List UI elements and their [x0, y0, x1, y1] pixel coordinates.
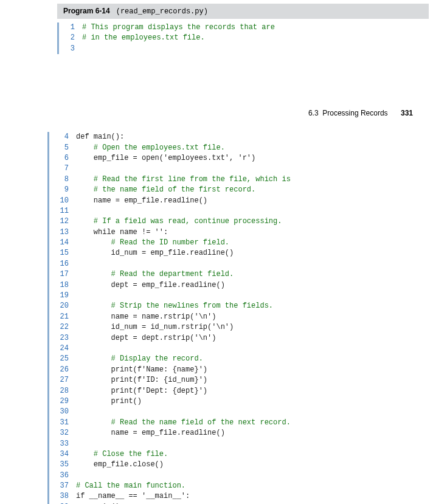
- code-line: 14 # Read the ID number field.: [52, 238, 429, 248]
- code-line: 37# Call the main function.: [52, 481, 429, 491]
- line-content: name = name.rstrip('\n'): [76, 312, 216, 322]
- code-line: 18 dept = emp_file.readline(): [52, 280, 429, 291]
- line-content: def main():: [76, 132, 124, 142]
- line-number: 15: [52, 248, 69, 258]
- code-line: 24: [52, 343, 429, 354]
- line-number: 25: [52, 354, 69, 364]
- code-line: 4def main():: [52, 132, 429, 142]
- code-line: 33: [52, 439, 429, 449]
- code-line: 19: [52, 291, 429, 301]
- line-content: name = emp_file.readline(): [76, 428, 225, 438]
- code-line: 32 name = emp_file.readline(): [52, 428, 429, 438]
- code-line: 35 emp_file.close(): [52, 460, 429, 470]
- line-content: # Display the record.: [76, 354, 203, 364]
- line-content: # Read the department field.: [76, 269, 234, 280]
- line-content: print(): [76, 396, 142, 407]
- code-line: 8 # Read the first line from the file, w…: [52, 174, 429, 185]
- line-number: 28: [52, 386, 69, 396]
- code-line: 15 id_num = emp_file.readline(): [52, 248, 429, 258]
- line-number: 7: [52, 164, 69, 174]
- code-line: 38if __name__ == '__main__':: [52, 491, 429, 502]
- line-content: print(f'Name: {name}'): [76, 365, 207, 375]
- line-content: emp_file.close(): [76, 460, 164, 470]
- line-number: 17: [52, 269, 69, 280]
- code-line: 11: [52, 206, 429, 216]
- line-content: # If a field was read, continue processi…: [76, 216, 282, 227]
- line-content: # Read the name field of the next record…: [76, 418, 291, 428]
- page-number: 331: [401, 109, 413, 117]
- line-content: print(f'ID: {id_num}'): [76, 375, 207, 385]
- line-number: 36: [52, 471, 69, 481]
- code-line: 16: [52, 259, 429, 269]
- line-number: 14: [52, 238, 69, 248]
- top-section: Program 6-14 (read_emp_records.py) 1# Th…: [0, 0, 447, 54]
- code-line: 21 name = name.rstrip('\n'): [52, 312, 429, 322]
- line-number: 9: [52, 185, 69, 195]
- line-number: 34: [52, 449, 69, 460]
- line-content: # Call the main function.: [76, 481, 185, 491]
- line-number: 23: [52, 333, 69, 343]
- section-title: 6.3 Processing Records: [308, 109, 388, 117]
- code-line: 23 dept = dept.rstrip('\n'): [52, 333, 429, 343]
- code-line: 3: [61, 44, 429, 54]
- line-content: # Close the file.: [76, 449, 168, 460]
- line-content: # This program displays the records that…: [82, 22, 275, 33]
- code-line: 7: [52, 164, 429, 174]
- line-number: 30: [52, 407, 69, 417]
- line-number: 27: [52, 375, 69, 385]
- code-line: 1# This program displays the records tha…: [61, 22, 429, 33]
- line-number: 11: [52, 206, 69, 216]
- program-label: Program 6-14: [63, 7, 110, 15]
- code-line: 17 # Read the department field.: [52, 269, 429, 280]
- line-number: 3: [61, 44, 75, 54]
- line-content: id_num = emp_file.readline(): [76, 248, 234, 258]
- code-line: 28 print(f'Dept: {dept}'): [52, 386, 429, 396]
- code-line: 36: [52, 471, 429, 481]
- line-content: # Strip the newlines from the fields.: [76, 301, 273, 311]
- program-header: Program 6-14 (read_emp_records.py): [57, 4, 429, 19]
- code-line: 13 while name != '':: [52, 227, 429, 238]
- code-line: 2# in the employees.txt file.: [61, 33, 429, 43]
- line-number: 37: [52, 481, 69, 491]
- code-line: 34 # Close the file.: [52, 449, 429, 460]
- line-content: id_num = id_num.rstrip('\n'): [76, 322, 234, 333]
- line-content: # the name field of the first record.: [76, 185, 255, 195]
- line-number: 33: [52, 439, 69, 449]
- code-line: 29 print(): [52, 396, 429, 407]
- top-code-block: 1# This program displays the records tha…: [57, 22, 429, 54]
- bottom-code-block: 4def main():5 # Open the employees.txt f…: [47, 132, 429, 504]
- line-number: 21: [52, 312, 69, 322]
- line-number: 8: [52, 174, 69, 185]
- code-line: 31 # Read the name field of the next rec…: [52, 418, 429, 428]
- line-number: 29: [52, 396, 69, 407]
- line-number: 18: [52, 280, 69, 291]
- line-number: 20: [52, 301, 69, 311]
- code-line: 10 name = emp_file.readline(): [52, 196, 429, 206]
- line-content: dept = emp_file.readline(): [76, 280, 225, 291]
- line-number: 35: [52, 460, 69, 470]
- line-number: 1: [61, 22, 75, 33]
- line-number: 38: [52, 491, 69, 502]
- line-number: 16: [52, 259, 69, 269]
- code-line: 9 # the name field of the first record.: [52, 185, 429, 195]
- line-content: while name != '':: [76, 227, 168, 238]
- line-number: 26: [52, 365, 69, 375]
- line-content: # Open the employees.txt file.: [76, 143, 225, 153]
- line-content: # in the employees.txt file.: [82, 33, 205, 43]
- code-line: 27 print(f'ID: {id_num}'): [52, 375, 429, 385]
- code-line: 12 # If a field was read, continue proce…: [52, 216, 429, 227]
- line-number: 6: [52, 153, 69, 164]
- line-content: dept = dept.rstrip('\n'): [76, 333, 216, 343]
- bottom-section: 4def main():5 # Open the employees.txt f…: [0, 132, 447, 504]
- line-content: print(f'Dept: {dept}'): [76, 386, 207, 396]
- line-number: 31: [52, 418, 69, 428]
- line-number: 32: [52, 428, 69, 438]
- line-content: if __name__ == '__main__':: [76, 491, 190, 502]
- line-content: emp_file = open('employees.txt', 'r'): [76, 153, 255, 164]
- program-filename: (read_emp_records.py): [116, 7, 208, 16]
- line-number: 12: [52, 216, 69, 227]
- line-number: 24: [52, 343, 69, 354]
- code-line: 25 # Display the record.: [52, 354, 429, 364]
- line-number: 5: [52, 143, 69, 153]
- line-number: 10: [52, 196, 69, 206]
